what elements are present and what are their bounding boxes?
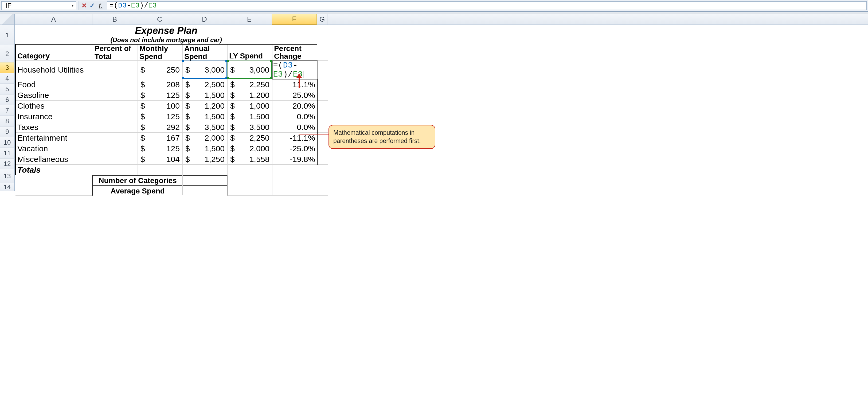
row-header-4[interactable]: 4 — [0, 73, 15, 84]
cell[interactable] — [317, 25, 328, 44]
cell[interactable] — [317, 90, 328, 101]
row-header-9[interactable]: 9 — [0, 127, 15, 137]
cell-category[interactable]: Gasoline — [16, 90, 93, 101]
cell-percent-total[interactable] — [93, 154, 138, 165]
cell[interactable] — [317, 122, 328, 133]
cell-annual[interactable]: $1,500 — [183, 111, 227, 122]
cell-percent-change[interactable]: 11.1% — [272, 79, 317, 90]
row-header-12[interactable]: 12 — [0, 159, 15, 169]
column-header-F[interactable]: F — [272, 14, 317, 25]
cell[interactable] — [317, 165, 328, 175]
cell-percent-total[interactable] — [93, 101, 138, 111]
column-header-B[interactable]: B — [92, 14, 137, 25]
header-percent-change[interactable]: Percent Change — [272, 44, 317, 61]
cell-monthly[interactable]: $167 — [138, 133, 183, 143]
cell[interactable] — [317, 79, 328, 90]
column-header-E[interactable]: E — [227, 14, 272, 25]
cell-monthly[interactable]: $104 — [138, 154, 183, 165]
cell-annual[interactable]: $1,250 — [183, 154, 227, 165]
cell-category[interactable]: Insurance — [16, 111, 93, 122]
cell-ly[interactable]: $1,558 — [227, 154, 272, 165]
cell-ly[interactable]: $2,000 — [227, 143, 272, 154]
cell[interactable] — [317, 101, 328, 111]
cell-ly[interactable]: $2,250 — [227, 79, 272, 90]
cell-ly[interactable]: $1,200 — [227, 90, 272, 101]
cell-category[interactable]: Vacation — [16, 143, 93, 154]
column-header-G[interactable]: G — [317, 14, 328, 25]
cell-monthly[interactable]: $250 — [138, 61, 183, 79]
totals-label[interactable]: Totals — [16, 165, 93, 175]
row-header-10[interactable]: 10 — [0, 137, 15, 148]
cell[interactable] — [317, 61, 328, 79]
cell[interactable] — [93, 165, 138, 175]
column-header-A[interactable]: A — [15, 14, 92, 25]
row-header-5[interactable]: 5 — [0, 84, 15, 95]
cell[interactable] — [317, 111, 328, 122]
row-header-11[interactable]: 11 — [0, 148, 15, 159]
cell-monthly[interactable]: $208 — [138, 79, 183, 90]
cell[interactable] — [138, 165, 183, 175]
cell-annual[interactable]: $3,000 — [183, 61, 227, 79]
cell-category[interactable]: Taxes — [16, 122, 93, 133]
cell-annual[interactable]: $2,500 — [183, 79, 227, 90]
cell[interactable] — [317, 175, 328, 186]
cell-ly[interactable]: $3,000 — [227, 61, 272, 79]
cell-category[interactable]: Clothes — [16, 101, 93, 111]
cell-percent-change[interactable]: =(D3-E3)/E3 — [272, 61, 317, 79]
cell-monthly[interactable]: $125 — [138, 90, 183, 101]
cell-annual[interactable]: $1,500 — [183, 90, 227, 101]
cell-percent-total[interactable] — [93, 122, 138, 133]
cell-ly[interactable]: $3,500 — [227, 122, 272, 133]
cell-category[interactable]: Food — [16, 79, 93, 90]
cell[interactable] — [317, 186, 328, 196]
formula-input[interactable]: = ( D3 - E3 ) / E3 — [107, 1, 867, 10]
row-header-14[interactable]: 14 — [0, 183, 15, 191]
cell-category[interactable]: Entertainment — [16, 133, 93, 143]
cell-monthly[interactable]: $125 — [138, 111, 183, 122]
cell[interactable] — [272, 186, 317, 196]
cell-monthly[interactable]: $292 — [138, 122, 183, 133]
cell[interactable] — [227, 186, 272, 196]
cell-annual[interactable]: $2,000 — [183, 133, 227, 143]
cell[interactable] — [317, 143, 328, 154]
cancel-icon[interactable]: ✕ — [80, 2, 88, 9]
cell-percent-total[interactable] — [93, 143, 138, 154]
cell-percent-change[interactable]: 25.0% — [272, 90, 317, 101]
cell[interactable] — [317, 44, 328, 61]
title-cell[interactable]: Expense Plan (Does not include mortgage … — [16, 25, 317, 44]
column-header-C[interactable]: C — [137, 14, 182, 25]
cell-percent-total[interactable] — [93, 79, 138, 90]
cell-annual[interactable]: $1,500 — [183, 143, 227, 154]
row-header-3[interactable]: 3 — [0, 63, 15, 73]
header-annual-spend[interactable]: Annual Spend — [183, 44, 227, 61]
cell[interactable] — [16, 175, 93, 186]
summary-label-num-cat[interactable]: Number of Categories — [93, 175, 183, 186]
cell-percent-total[interactable] — [93, 61, 138, 79]
cell[interactable] — [272, 175, 317, 186]
name-box[interactable]: IF ▼ — [1, 1, 76, 10]
cell-percent-total[interactable] — [93, 111, 138, 122]
cell-monthly[interactable]: $125 — [138, 143, 183, 154]
cell-percent-change[interactable]: 0.0% — [272, 122, 317, 133]
cell-percent-change[interactable]: -25.0% — [272, 143, 317, 154]
cell-annual[interactable]: $1,200 — [183, 101, 227, 111]
cell-percent-change[interactable]: -19.8% — [272, 154, 317, 165]
select-all-corner[interactable] — [0, 14, 15, 25]
cell-category[interactable]: Miscellaneous — [16, 154, 93, 165]
row-header-8[interactable]: 8 — [0, 116, 15, 127]
row-header-1[interactable]: 1 — [0, 25, 15, 45]
cell[interactable] — [16, 186, 93, 196]
cell[interactable] — [183, 165, 227, 175]
cell-percent-change[interactable]: 20.0% — [272, 101, 317, 111]
name-box-dropdown-icon[interactable]: ▼ — [69, 2, 76, 10]
row-header-2[interactable]: 2 — [0, 45, 15, 63]
cell[interactable] — [317, 154, 328, 165]
cell[interactable] — [227, 175, 272, 186]
cell[interactable] — [227, 165, 272, 175]
enter-icon[interactable]: ✓ — [88, 2, 96, 9]
row-header-6[interactable]: 6 — [0, 95, 15, 105]
cell-percent-change[interactable]: 0.0% — [272, 111, 317, 122]
cell-annual[interactable]: $3,500 — [183, 122, 227, 133]
column-header-D[interactable]: D — [182, 14, 227, 25]
summary-label-avg-spend[interactable]: Average Spend — [93, 186, 183, 196]
